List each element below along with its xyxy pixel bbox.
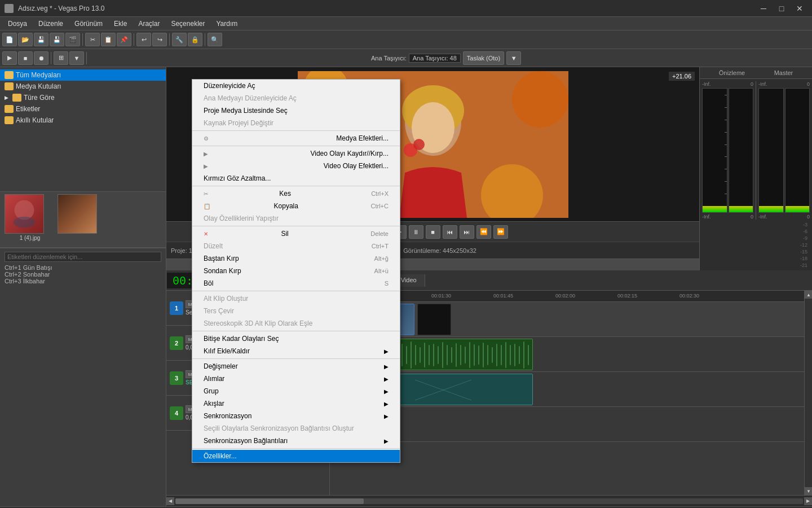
- cm-kopyala[interactable]: 📋 Kopyala Ctrl+C: [192, 200, 400, 212]
- copy-icon: 📋: [204, 203, 210, 209]
- tb-undo[interactable]: ↩: [136, 33, 151, 46]
- tb-paste[interactable]: 📌: [117, 33, 131, 46]
- tb-redo[interactable]: ↪: [152, 33, 167, 46]
- svg-rect-58: [478, 345, 479, 365]
- cm-label: Kaynak Projeyi Değiştir: [204, 119, 273, 127]
- cm-bitise-sec[interactable]: Bitişe Kadar Olayları Seç: [192, 332, 400, 345]
- cm-sil[interactable]: ✕ Sil Delete: [192, 227, 400, 240]
- svg-rect-50: [442, 342, 443, 368]
- tb-arrow-down[interactable]: ▼: [69, 51, 84, 65]
- cm-medya-efektleri[interactable]: ⚙ Medya Efektleri...: [192, 132, 400, 144]
- tree-item-smart-boxes[interactable]: Akıllı Kutular: [0, 115, 166, 126]
- tree-item-media-boxes[interactable]: Medya Kutuları: [0, 81, 166, 92]
- media-thumb-2[interactable]: [58, 194, 103, 245]
- h-scrollbar-track[interactable]: [175, 498, 803, 504]
- meter-bars-container: -Inf. 0: [700, 79, 812, 222]
- cm-akislar[interactable]: Akışlar ▶: [192, 397, 400, 410]
- tb-save2[interactable]: 💾: [50, 33, 64, 46]
- tb-record[interactable]: ⏺: [34, 51, 48, 65]
- tags-input[interactable]: [5, 252, 161, 262]
- cm-senkron-baglantilari[interactable]: Senkronizasyon Bağlantıları ▶: [192, 435, 400, 447]
- cm-kaynak-degistir: Kaynak Projeyi Değiştir: [192, 117, 400, 129]
- submenu-arrow-2: ▶: [384, 364, 389, 370]
- cm-duzenleyicide-ac[interactable]: Düzenleyicide Aç: [192, 80, 400, 92]
- cm-proje-listesinde-sec[interactable]: Proje Medya Listesinde Seç: [192, 104, 400, 117]
- menu-gorunum[interactable]: Görünüm: [69, 19, 108, 29]
- cm-sondan-kirp[interactable]: Sondan Kırp Alt+ü: [192, 265, 400, 277]
- h-scrollbar-thumb[interactable]: [175, 498, 364, 504]
- menu-secenekler[interactable]: Seçenekler: [165, 19, 210, 29]
- scroll-left-btn[interactable]: ◀: [166, 497, 174, 505]
- stop-button[interactable]: ■: [426, 225, 440, 239]
- close-button[interactable]: ✕: [792, 2, 807, 15]
- cm-kes[interactable]: ✂ Kes Ctrl+X: [192, 187, 400, 200]
- next-frame-button[interactable]: ⏭: [460, 225, 474, 239]
- tree-item-labels[interactable]: Etiketler: [0, 103, 166, 115]
- tree-item-all-media[interactable]: Tüm Medyaları: [0, 69, 166, 81]
- scroll-right-btn[interactable]: ▶: [804, 497, 812, 505]
- tb-grid[interactable]: ⊞: [54, 51, 68, 65]
- svg-rect-59: [483, 343, 484, 367]
- cm-label: Düzenleyicide Aç: [204, 82, 255, 90]
- tb-save[interactable]: 💾: [34, 33, 48, 46]
- minimize-button[interactable]: ─: [756, 2, 771, 15]
- tb-search[interactable]: 🔍: [208, 33, 222, 46]
- meter-group-1: -Inf. 0: [702, 81, 753, 220]
- submenu-arrow-3: ▶: [384, 376, 389, 382]
- tb-open[interactable]: 📂: [18, 33, 33, 46]
- tb-sep-1: [82, 33, 83, 46]
- cm-degismeler[interactable]: Değişmeler ▶: [192, 360, 400, 373]
- cm-sep-5: [192, 291, 400, 291]
- menu-duzenle[interactable]: Düzenle: [33, 19, 69, 29]
- tb-magnet[interactable]: 🔧: [172, 33, 187, 46]
- maximize-button[interactable]: □: [774, 2, 789, 15]
- tb-copy[interactable]: 📋: [101, 33, 116, 46]
- cm-grup[interactable]: Grup ▶: [192, 385, 400, 397]
- pause-button[interactable]: ⏸: [409, 225, 423, 239]
- tb-render[interactable]: 🎬: [65, 33, 80, 46]
- tags-list: Ctrl+1 Gün Batışı Ctrl+2 Sonbahar Ctrl+3…: [5, 264, 161, 284]
- cm-label: Alt Klip Oluştur: [204, 295, 248, 303]
- toolbar-row-2: ▶ ■ ⏺ ⊞ ▼ Ana Taşıyıcı: Ana Taşıyıcı: 48…: [0, 49, 812, 67]
- menu-araclar[interactable]: Araçlar: [133, 19, 165, 29]
- cm-alimlar[interactable]: Alımlar ▶: [192, 373, 400, 385]
- cm-video-efektleri[interactable]: ▶ Video Olay Efektleri...: [192, 160, 400, 172]
- svg-rect-68: [523, 341, 524, 369]
- tb-taslak[interactable]: Taslak (Oto): [463, 51, 504, 65]
- cm-bol[interactable]: Böl S: [192, 277, 400, 290]
- tb-new[interactable]: 📄: [2, 33, 17, 46]
- cm-shortcut-bastan: Alt+ğ: [374, 255, 389, 262]
- menu-ekle[interactable]: Ekle: [108, 19, 133, 29]
- submenu-arrow: ▶: [384, 348, 389, 354]
- video-clip-4[interactable]: [417, 304, 451, 335]
- tb-cut[interactable]: ✂: [85, 33, 100, 46]
- tb-stop[interactable]: ■: [18, 51, 33, 65]
- prev-frame-button[interactable]: ⏮: [443, 225, 457, 239]
- cm-video-kaydir[interactable]: ▶ Video Olayı Kaydır//Kırp...: [192, 147, 400, 160]
- cm-kirmizi-goz[interactable]: Kırmızı Göz Azaltma...: [192, 172, 400, 185]
- menu-dosya[interactable]: Dosya: [2, 19, 33, 29]
- tree-item-by-type[interactable]: ▶ Türe Göre: [0, 92, 166, 103]
- next-event-button[interactable]: ⏩: [493, 225, 508, 239]
- meter-fill-2: [759, 206, 783, 212]
- submenu-arrow-4: ▶: [384, 388, 389, 395]
- menu-yardim[interactable]: Yardım: [210, 19, 243, 29]
- tb-view-toggle[interactable]: ▼: [506, 51, 521, 65]
- vid-icon-1: ▶: [204, 151, 208, 157]
- cm-label: Baştan Kırp: [204, 255, 239, 262]
- media-thumb-label: 1 (4).jpg: [5, 235, 55, 241]
- prev-event-button[interactable]: ⏪: [476, 225, 491, 239]
- cm-ozellikler[interactable]: Özellikler...: [192, 450, 400, 462]
- cm-bastan-kirp[interactable]: Baştan Kırp Alt+ğ: [192, 252, 400, 265]
- svg-point-4: [512, 71, 568, 128]
- scroll-up-btn[interactable]: ▲: [805, 291, 812, 299]
- cm-label: Grup: [204, 387, 219, 395]
- cm-senkronizasyon[interactable]: Senkronizasyon ▶: [192, 410, 400, 422]
- svg-rect-54: [460, 345, 461, 365]
- tb-lock[interactable]: 🔒: [188, 33, 202, 46]
- tb-play[interactable]: ▶: [2, 51, 17, 65]
- scroll-down-btn[interactable]: ▼: [805, 487, 812, 495]
- meter-inf-bottom: -Inf.: [702, 214, 711, 220]
- media-thumb-1[interactable]: 1 (4).jpg: [5, 194, 55, 245]
- cm-kilif[interactable]: Kılıf Ekle/Kaldır ▶: [192, 345, 400, 357]
